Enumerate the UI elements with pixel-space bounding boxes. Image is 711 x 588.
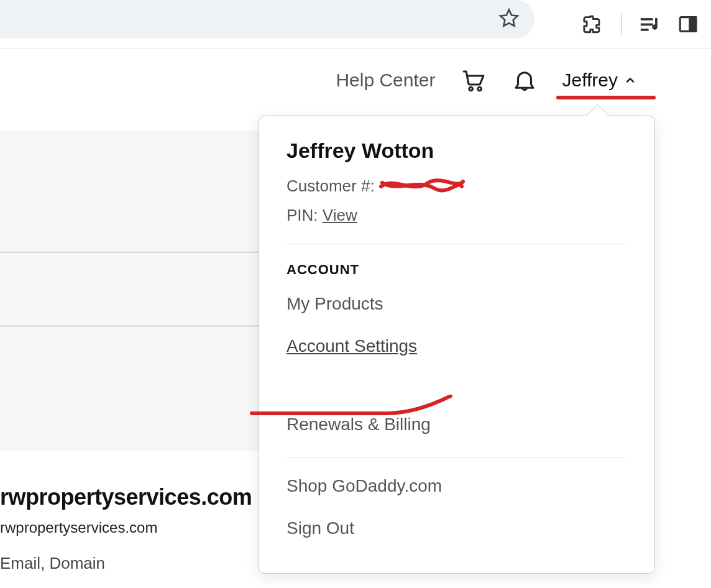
bookmark-star-icon[interactable] bbox=[498, 7, 520, 31]
menu-item-sign-out[interactable]: Sign Out bbox=[287, 518, 354, 538]
svg-rect-2 bbox=[641, 29, 649, 31]
domain-subtitle: rwpropertyservices.com bbox=[0, 519, 261, 536]
browser-action-icons bbox=[582, 14, 699, 35]
svg-point-6 bbox=[477, 87, 481, 91]
cart-icon[interactable] bbox=[461, 67, 487, 93]
svg-rect-0 bbox=[641, 18, 653, 21]
dropdown-divider bbox=[287, 457, 627, 457]
notifications-icon[interactable] bbox=[511, 67, 538, 93]
pin-label: PIN: bbox=[287, 206, 318, 224]
user-first-name: Jeffrey bbox=[562, 70, 618, 91]
menu-item-my-products[interactable]: My Products bbox=[287, 294, 383, 314]
pin-view-link[interactable]: View bbox=[323, 206, 357, 224]
extensions-icon[interactable] bbox=[582, 14, 603, 35]
background-divider bbox=[0, 252, 260, 252]
annotation-underline-icon bbox=[556, 96, 656, 99]
domain-tags: Email, Domain bbox=[0, 554, 261, 573]
pin-row: PIN: View bbox=[287, 206, 627, 225]
background-divider bbox=[0, 326, 260, 326]
svg-rect-4 bbox=[690, 17, 696, 31]
background-content: rwpropertyservices.com rwpropertyservice… bbox=[0, 131, 261, 588]
domain-card: rwpropertyservices.com rwpropertyservice… bbox=[0, 451, 261, 588]
user-menu-trigger[interactable]: Jeffrey bbox=[562, 70, 637, 91]
domain-title: rwpropertyservices.com bbox=[0, 484, 261, 510]
browser-toolbar bbox=[0, 0, 711, 48]
customer-number-row: Customer #: bbox=[287, 177, 627, 196]
customer-number-label: Customer #: bbox=[287, 177, 375, 196]
omnibox[interactable] bbox=[0, 0, 534, 39]
menu-item-account-settings[interactable]: Account Settings bbox=[287, 336, 417, 356]
music-queue-icon[interactable] bbox=[639, 14, 660, 35]
toolbar-separator bbox=[621, 14, 622, 35]
account-section-label: ACCOUNT bbox=[287, 262, 627, 278]
user-dropdown: Jeffrey Wotton Customer #: PIN: View ACC… bbox=[259, 116, 655, 574]
menu-item-shop-godaddy[interactable]: Shop GoDaddy.com bbox=[287, 476, 442, 496]
site-header: Help Center Jeffrey bbox=[0, 48, 711, 112]
chevron-up-icon bbox=[624, 70, 636, 91]
svg-rect-1 bbox=[641, 23, 653, 25]
user-full-name: Jeffrey Wotton bbox=[287, 139, 627, 163]
sidepanel-icon[interactable] bbox=[677, 14, 699, 35]
svg-point-5 bbox=[469, 87, 472, 91]
menu-item-renewals-billing[interactable]: Renewals & Billing bbox=[287, 415, 431, 434]
redacted-scribble-icon bbox=[378, 179, 459, 194]
dropdown-divider bbox=[287, 244, 627, 244]
help-center-link[interactable]: Help Center bbox=[336, 70, 435, 91]
